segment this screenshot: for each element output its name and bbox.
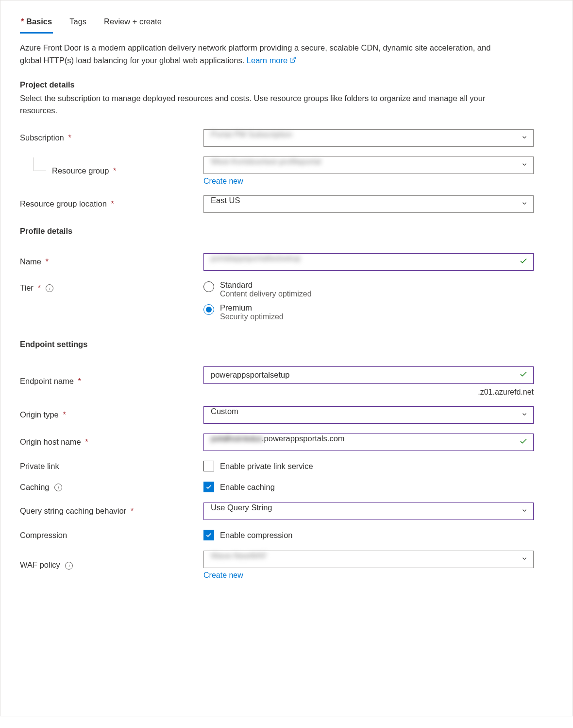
waf-policy-label: WAF policy: [20, 560, 60, 569]
tier-standard-label: Standard: [220, 280, 312, 290]
required-asterisk: *: [131, 506, 134, 515]
row-profile-name: Name * portalappsportaltestsetup: [20, 253, 553, 271]
info-icon[interactable]: i: [46, 284, 53, 292]
row-resource-group: Resource group * West-frontdoortest-prof…: [20, 156, 553, 186]
resource-group-label: Resource group: [52, 166, 109, 175]
row-endpoint-name: Endpoint name * .z01.azurefd.net: [20, 366, 553, 397]
rg-location-label: Resource group location: [20, 199, 107, 208]
radio-icon: [203, 304, 214, 315]
section-sub-project: Select the subscription to manage deploy…: [20, 92, 506, 117]
row-compression: Compression Enable compression: [20, 530, 553, 541]
create-form-panel: * Basics Tags Review + create Azure Fron…: [0, 0, 573, 716]
tier-label: Tier: [20, 283, 34, 292]
caching-label: Caching: [20, 483, 50, 491]
required-asterisk: *: [21, 17, 24, 26]
info-icon[interactable]: i: [54, 484, 62, 491]
origin-host-input[interactable]: portalhost-testus.powerappsportals.com: [203, 433, 534, 451]
checkbox-icon: [203, 482, 214, 492]
create-new-rg-link[interactable]: Create new: [203, 177, 534, 186]
endpoint-name-label: Endpoint name: [20, 377, 74, 385]
svg-line-0: [292, 57, 295, 60]
required-asterisk: *: [85, 437, 88, 446]
radio-icon: [203, 281, 214, 292]
origin-type-label: Origin type: [20, 410, 59, 419]
query-string-label: Query string caching behavior: [20, 506, 126, 515]
rg-location-select[interactable]: East US: [203, 195, 534, 213]
tier-premium-radio[interactable]: Premium Security optimized: [203, 303, 534, 321]
tab-label: Basics: [26, 17, 52, 26]
endpoint-suffix: .z01.azurefd.net: [203, 388, 534, 397]
checkbox-icon: [203, 461, 214, 471]
tier-standard-radio[interactable]: Standard Content delivery optimized: [203, 280, 534, 298]
private-link-label: Private link: [20, 462, 59, 470]
required-asterisk: *: [111, 199, 114, 208]
compression-checkbox[interactable]: Enable compression: [203, 530, 534, 540]
required-asterisk: *: [63, 410, 66, 419]
row-origin-type: Origin type * Custom: [20, 406, 553, 424]
profile-name-input[interactable]: portalappsportaltestsetup: [203, 253, 534, 271]
required-asterisk: *: [78, 377, 81, 385]
compression-label: Compression: [20, 531, 67, 539]
required-asterisk: *: [68, 133, 71, 142]
origin-type-select[interactable]: Custom: [203, 406, 534, 424]
row-subscription: Subscription * Portal PM Subscription: [20, 129, 553, 147]
subscription-select[interactable]: Portal PM Subscription: [203, 129, 534, 147]
create-new-waf-link[interactable]: Create new: [203, 571, 534, 580]
tier-standard-sub: Content delivery optimized: [220, 290, 312, 298]
required-asterisk: *: [46, 257, 49, 266]
subscription-label: Subscription: [20, 133, 64, 142]
tab-label: Tags: [69, 17, 86, 26]
row-origin-host: Origin host name * portalhost-testus.pow…: [20, 433, 553, 451]
checkbox-icon: [203, 530, 214, 540]
tier-premium-sub: Security optimized: [220, 312, 284, 321]
tree-connector-icon: [34, 157, 46, 171]
intro-text: Azure Front Door is a modern application…: [20, 42, 506, 67]
tab-basics[interactable]: * Basics: [20, 15, 53, 34]
tab-label: Review + create: [104, 17, 162, 26]
tabs-bar: * Basics Tags Review + create: [20, 15, 553, 32]
private-link-checkbox[interactable]: Enable private link service: [203, 461, 534, 471]
origin-host-label: Origin host name: [20, 437, 81, 446]
waf-policy-select[interactable]: Wave-NewWAF: [203, 551, 534, 568]
section-title-profile: Profile details: [20, 226, 553, 236]
external-link-icon: [289, 54, 296, 67]
tab-tags[interactable]: Tags: [68, 15, 87, 32]
profile-name-label: Name: [20, 257, 41, 266]
row-rg-location: Resource group location * East US: [20, 195, 553, 213]
required-asterisk: *: [37, 283, 40, 292]
row-private-link: Private link Enable private link service: [20, 461, 553, 472]
tab-review[interactable]: Review + create: [103, 15, 163, 32]
endpoint-name-input[interactable]: [203, 366, 534, 384]
caching-checkbox[interactable]: Enable caching: [203, 482, 534, 492]
section-title-project: Project details: [20, 80, 553, 89]
required-asterisk: *: [113, 166, 116, 175]
section-title-endpoint: Endpoint settings: [20, 340, 553, 349]
row-query-string: Query string caching behavior * Use Quer…: [20, 503, 553, 520]
row-tier: Tier * i Standard Content delivery optim…: [20, 280, 553, 326]
row-caching: Caching i Enable caching: [20, 482, 553, 493]
learn-more-link[interactable]: Learn more: [247, 54, 296, 67]
query-string-select[interactable]: Use Query String: [203, 503, 534, 520]
resource-group-select[interactable]: West-frontdoortest-profileportal: [203, 156, 534, 174]
tier-premium-label: Premium: [220, 303, 284, 312]
info-icon[interactable]: i: [65, 562, 73, 570]
row-waf-policy: WAF policy i Wave-NewWAF Create new: [20, 551, 553, 580]
